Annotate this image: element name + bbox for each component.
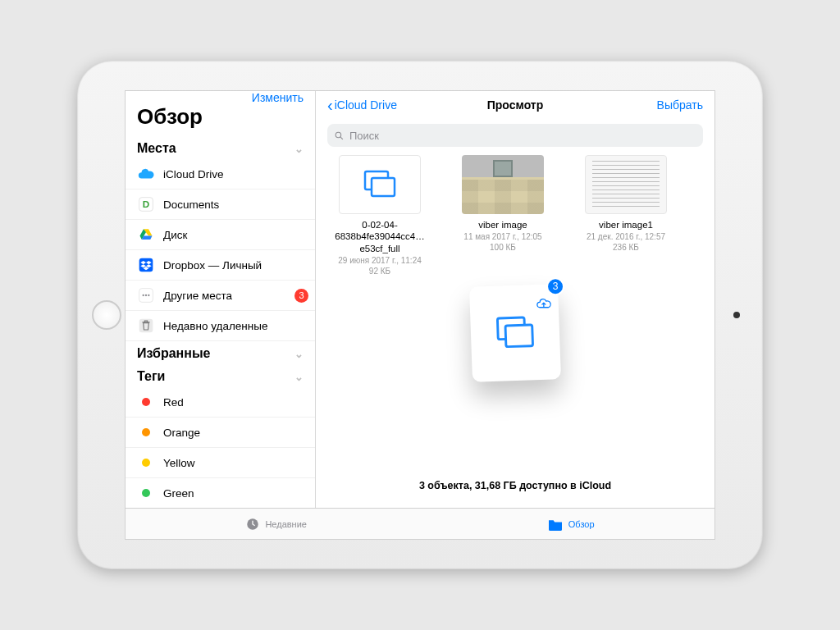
sidebar-item-drive[interactable]: Диск [126,220,315,250]
trash-icon [137,317,155,335]
app-screen: Изменить Обзор Места ⌄ iCloud Drive D [125,90,715,540]
svg-line-17 [340,137,343,139]
clock-icon [245,517,260,532]
sidebar-item-icloud-drive[interactable]: iCloud Drive [126,159,315,189]
tag-label: Green [163,487,308,500]
folder-icon [547,518,564,531]
sidebar-item-label: Недавно удаленные [163,320,308,332]
file-thumbnail [462,155,544,214]
google-drive-icon [137,226,155,244]
tab-browse[interactable]: Обзор [547,518,595,531]
home-button[interactable] [92,300,121,330]
tab-recents[interactable]: Недавние [245,517,307,532]
file-name: viber image1 [573,219,678,231]
file-grid: 0-02-04-6838b4fe39044cc4…e53cf_full 29 и… [316,155,714,276]
edit-button[interactable]: Изменить [252,91,304,104]
file-size: 92 КБ [327,267,432,276]
file-item[interactable]: 0-02-04-6838b4fe39044cc4…e53cf_full 29 и… [327,155,432,276]
chevron-left-icon: ‹ [327,97,333,113]
device-frame: Изменить Обзор Места ⌄ iCloud Drive D [77,61,763,569]
main-panel: ‹ iCloud Drive Просмотр Выбрать Поиск [316,91,714,508]
section-favorites-header[interactable]: Избранные ⌄ [126,341,315,364]
svg-text:D: D [143,199,149,209]
svg-point-14 [148,294,149,296]
svg-rect-21 [505,325,533,347]
file-name: 0-02-04-6838b4fe39044cc4…e53cf_full [327,219,432,254]
select-button[interactable]: Выбрать [657,98,703,112]
sidebar-item-label: iCloud Drive [163,168,308,180]
sidebar-item-documents[interactable]: D Documents [126,189,315,220]
sidebar-item-recently-deleted[interactable]: Недавно удаленные [126,311,315,341]
file-size: 100 КБ [450,243,555,252]
section-favorites-label: Избранные [137,346,211,361]
file-size: 236 КБ [573,243,678,252]
upload-preview-card[interactable]: 3 [469,284,561,382]
sidebar-item-dropbox[interactable]: Dropbox — Личный [126,250,315,281]
content-area: Изменить Обзор Места ⌄ iCloud Drive D [126,91,714,508]
tag-label: Red [163,396,308,409]
tab-bar: Недавние Обзор [126,508,714,539]
main-toolbar: ‹ iCloud Drive Просмотр Выбрать [316,91,714,119]
search-icon [334,130,345,141]
tag-green[interactable]: Green [126,478,315,508]
sidebar-item-label: Dropbox — Личный [163,259,308,272]
chevron-down-icon: ⌄ [294,371,304,383]
file-name: viber image [450,219,555,231]
sidebar-top: Изменить [126,91,315,104]
file-item[interactable]: viber image1 21 дек. 2016 г., 12:57 236 … [573,155,678,276]
file-date: 21 дек. 2016 г., 12:57 [573,232,678,241]
tag-label: Orange [163,427,308,439]
section-places-header[interactable]: Места ⌄ [126,136,315,159]
chevron-down-icon: ⌄ [294,348,304,360]
file-thumbnail [339,155,421,214]
camera-icon [733,312,740,318]
notification-badge: 3 [294,289,308,303]
chevron-down-icon: ⌄ [294,143,304,155]
tab-label: Обзор [568,519,595,529]
icloud-icon [137,165,155,183]
file-date: 29 июня 2017 г., 11:24 [327,256,432,265]
status-text: 3 объекта, 31,68 ГБ доступно в iCloud [316,480,714,491]
tag-dot-icon [137,423,155,441]
section-tags-label: Теги [137,369,165,384]
tag-dot-icon [137,454,155,472]
dropbox-icon [137,256,155,274]
sidebar-item-label: Диск [163,229,308,241]
svg-rect-19 [372,178,395,196]
back-label: iCloud Drive [335,98,397,112]
sidebar: Изменить Обзор Места ⌄ iCloud Drive D [126,91,316,508]
svg-marker-4 [142,236,153,240]
file-thumbnail [585,155,667,214]
file-date: 11 мая 2017 г., 12:05 [450,232,555,241]
svg-point-13 [145,294,147,296]
tag-dot-icon [137,393,155,411]
section-places-label: Места [137,141,176,156]
tab-label: Недавние [265,519,307,529]
sidebar-item-other-places[interactable]: Другие места 3 [126,281,315,311]
section-tags-header[interactable]: Теги ⌄ [126,364,315,387]
documents-app-icon: D [137,195,155,213]
folder-title: Просмотр [487,98,544,112]
more-icon [137,286,155,304]
svg-point-12 [143,294,144,296]
file-item[interactable]: viber image 11 мая 2017 г., 12:05 100 КБ [450,155,555,276]
tag-dot-icon [137,484,155,502]
tag-label: Yellow [163,457,308,469]
sidebar-item-label: Другие места [163,290,294,302]
sidebar-item-label: Documents [163,199,308,211]
search-input[interactable]: Поиск [327,124,703,147]
tag-yellow[interactable]: Yellow [126,448,315,478]
svg-point-16 [336,132,341,138]
upload-preview-icon [469,284,561,382]
back-button[interactable]: ‹ iCloud Drive [327,97,397,113]
search-placeholder: Поиск [349,130,379,142]
tag-red[interactable]: Red [126,387,315,418]
sidebar-title: Обзор [126,104,315,136]
tag-orange[interactable]: Orange [126,418,315,448]
